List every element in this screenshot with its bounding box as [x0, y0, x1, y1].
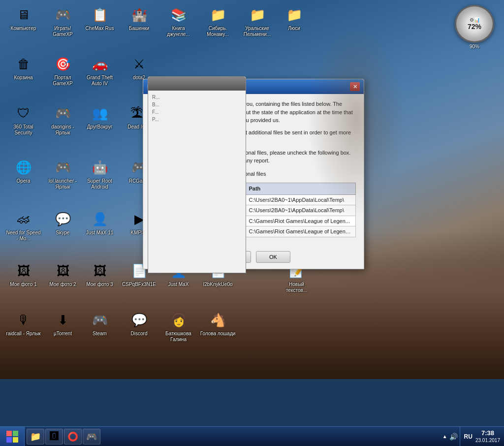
icon-label-lol-launcher: lol.launcher - Ярлык: [44, 178, 81, 190]
desktop-icon-nfs[interactable]: 🏎Need for Speed - Mo...: [5, 209, 42, 242]
icon-label-new-text: Новый текстов...: [278, 282, 315, 293]
desktop-icon-opera[interactable]: 🌐Opera: [5, 158, 42, 184]
windows-logo: [6, 431, 18, 443]
desktop-icon-chemax[interactable]: 📋CheMax Rus: [81, 5, 118, 32]
icon-label-recycle: Корзина: [14, 75, 32, 81]
bg-content-line2: B...: [152, 102, 242, 107]
gauge-bottom-value: 90%: [470, 44, 479, 49]
desktop-icon-portal-gxp[interactable]: 🎯Портал GameXP: [44, 54, 81, 87]
taskbar-lang[interactable]: RU: [464, 433, 472, 440]
logo-red: [6, 431, 12, 436]
icon-label-justmax11: Just MaX 11: [86, 230, 114, 236]
icon-label-towers: Башенки: [129, 26, 149, 32]
icon-label-portal-gxp: Портал GameXP: [44, 75, 81, 87]
taskbar-items: 📁🅾⭕🎮: [25, 427, 441, 446]
icon-img-game-xp: 🎮: [53, 5, 73, 25]
bg-content-line1: R...: [152, 95, 242, 100]
table-cell-path-3: C:\Games\Riot Games\League of Legends\: [246, 226, 356, 237]
icon-img-drugvokrug: 👥: [90, 103, 110, 123]
desktop-icon-drugvokrug[interactable]: 👥ДругВокруг: [81, 103, 118, 130]
icon-img-superroot: 🤖: [90, 158, 110, 177]
icon-img-computer: 🖥: [14, 5, 33, 25]
desktop-icon-photo3[interactable]: 🖼Мое фото 3: [81, 261, 118, 287]
icon-img-ural: 📁: [248, 5, 267, 25]
logo-yellow: [13, 437, 18, 443]
icon-label-gta4: Grand Theft Auto IV: [81, 75, 118, 87]
icon-label-chemax: CheMax Rus: [86, 26, 114, 32]
icon-label-cspq: CSPqBFx3N1E: [122, 282, 156, 287]
desktop-icon-siberia[interactable]: 📁Сибирь. Монаму...: [199, 5, 236, 37]
desktop-icon-photo2[interactable]: 🖼Мое фото 2: [44, 261, 81, 287]
desktop-icon-lucy[interactable]: 📁Люси: [276, 5, 313, 32]
icon-label-justmax: Just MaX: [168, 282, 189, 287]
desktop-icon-horse[interactable]: 🐴Голова лошади: [199, 310, 236, 337]
desktop-icon-game-xp[interactable]: 🎮Играть! GameXP: [44, 5, 81, 37]
icon-img-dota2: ⚔: [129, 54, 149, 74]
desktop-icon-computer[interactable]: 🖥Компьютер: [5, 5, 42, 32]
taskbar-item-explorer[interactable]: 📁: [27, 429, 44, 445]
desktop-icon-book[interactable]: 📚Книга джунгле...: [160, 5, 197, 37]
desktop-icon-steam[interactable]: 🎮Steam: [81, 310, 118, 337]
icon-label-ural: Уральские Пельмени...: [239, 26, 276, 37]
desktop-icon-towers[interactable]: 🏰Башенки: [121, 5, 158, 32]
taskbar-item-opera2[interactable]: ⭕: [64, 429, 82, 445]
gauge-icon: ⚙📊: [470, 17, 480, 23]
icon-label-photo2: Мое фото 2: [49, 282, 76, 287]
taskbar-clock[interactable]: 7:38 23.01.2017: [475, 429, 500, 444]
gauge-value: 72%: [468, 23, 481, 31]
taskbar-item-icon-opera2: ⭕: [67, 431, 78, 442]
tray-arrow[interactable]: ▲: [442, 434, 447, 439]
desktop-icon-discord[interactable]: 💬Discord: [121, 310, 158, 337]
icon-img-gta4: 🚗: [90, 54, 110, 74]
desktop-icon-batyushkova[interactable]: 👩Батюшкова Галина: [160, 310, 197, 343]
desktop-icon-recycle[interactable]: 🗑Корзина: [5, 54, 42, 81]
icon-label-skype: Skype: [56, 230, 70, 236]
icon-img-lucy: 📁: [284, 5, 304, 25]
icon-label-book: Книга джунгле...: [160, 26, 197, 37]
table-cell-path-1: C:\Users\2BA0~1\AppData\Local\Temp\: [246, 205, 356, 216]
desktop-icon-daongins[interactable]: 🎮daongins - Ярлык: [44, 103, 81, 136]
icon-label-lucy: Люси: [288, 26, 300, 32]
icon-label-discord: Discord: [131, 331, 148, 337]
icon-img-photo1: 🖼: [14, 261, 33, 281]
desktop-icon-skype[interactable]: 💬Skype: [44, 209, 81, 236]
desktop-icon-ural[interactable]: 📁Уральские Пельмени...: [239, 5, 276, 37]
desktop-icon-photo1[interactable]: 🖼Мое фото 1: [5, 261, 42, 287]
icon-img-portal-gxp: 🎯: [53, 54, 73, 74]
start-button[interactable]: [0, 427, 25, 446]
desktop-icon-gta4[interactable]: 🚗Grand Theft Auto IV: [81, 54, 118, 87]
icon-label-drugvokrug: ДругВокруг: [87, 124, 113, 130]
table-cell-path-2: C:\Games\Riot Games\League of Legen...: [246, 216, 356, 226]
ok-button[interactable]: OK: [256, 251, 290, 263]
desktop-icon-360security[interactable]: 🛡360 Total Security: [5, 103, 42, 136]
desktop-icon-justmax11[interactable]: 👤Just MaX 11: [81, 209, 118, 236]
tray-volume-icon[interactable]: 🔊: [449, 433, 458, 441]
icon-img-lol-launcher: 🎮: [53, 158, 73, 177]
icon-img-horse: 🐴: [208, 310, 228, 330]
dialog-close-button[interactable]: ✕: [350, 82, 360, 91]
desktop-icon-superroot[interactable]: 🤖Super Root Android: [81, 158, 118, 190]
icon-label-utorrent: µTorrent: [54, 331, 72, 337]
bg-content-line3: F...: [152, 109, 242, 115]
icon-label-opera: Opera: [17, 178, 31, 184]
icon-label-photo3: Мое фото 3: [86, 282, 113, 287]
icon-label-360security: 360 Total Security: [5, 124, 42, 136]
desktop-icon-raidcall[interactable]: 🎙raidcall - Ярлык: [5, 310, 42, 337]
desktop-icon-lol-launcher[interactable]: 🎮lol.launcher - Ярлык: [44, 158, 81, 190]
logo-green: [13, 431, 18, 436]
desktop-icon-utorrent[interactable]: ⬇µTorrent: [44, 310, 81, 337]
icon-label-batyushkova: Батюшкова Галина: [160, 331, 197, 343]
icon-img-daongins: 🎮: [53, 103, 73, 123]
icon-img-chemax: 📋: [90, 5, 110, 25]
icon-label-nfs: Need for Speed - Mo...: [5, 230, 42, 242]
icon-img-opera: 🌐: [14, 158, 33, 177]
taskbar-item-game[interactable]: 🎮: [83, 429, 100, 445]
clock-date: 23.01.2017: [475, 437, 500, 444]
bg-content-line4: P...: [152, 117, 242, 122]
tray-icons: ▲ 🔊: [441, 433, 460, 441]
taskbar-item-opera1[interactable]: 🅾: [45, 429, 63, 445]
table-cell-path-0: C:\Users\2BA0~1\AppData\Local\Temp\: [246, 194, 356, 205]
icon-label-superroot: Super Root Android: [81, 178, 118, 190]
icon-img-batyushkova: 👩: [169, 310, 189, 330]
icon-label-photo1: Мое фото 1: [10, 282, 36, 287]
